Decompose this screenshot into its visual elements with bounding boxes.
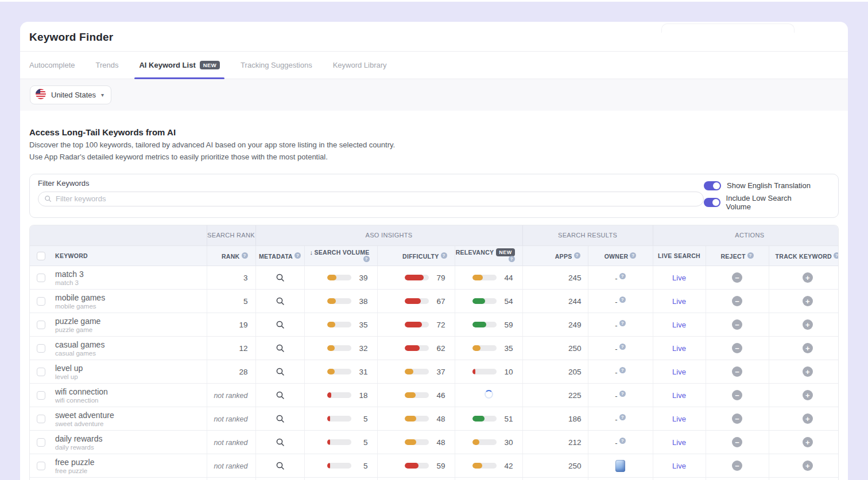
- rank-cell: 28: [207, 360, 255, 384]
- owner-row-info-icon[interactable]: ?: [619, 367, 626, 373]
- metric-value: 59: [435, 462, 445, 470]
- country-selector[interactable]: United States ▾: [30, 85, 111, 104]
- live-search-link[interactable]: Live: [672, 462, 686, 470]
- metadata-search-button[interactable]: [276, 320, 285, 329]
- metadata-search-button[interactable]: [276, 461, 285, 470]
- track-keyword-button[interactable]: +: [803, 343, 813, 353]
- metadata-info-icon[interactable]: ?: [294, 252, 301, 259]
- row-checkbox[interactable]: [37, 368, 45, 376]
- metadata-search-button[interactable]: [276, 367, 285, 376]
- row-checkbox[interactable]: [37, 344, 45, 353]
- filter-keywords-label: Filter Keywords: [38, 179, 704, 188]
- difficulty-cell: 48: [377, 431, 455, 454]
- col-rank[interactable]: RANK?: [207, 246, 255, 266]
- track-keyword-button[interactable]: +: [803, 366, 813, 377]
- track-keyword-button[interactable]: +: [803, 319, 813, 330]
- metadata-search-button[interactable]: [276, 391, 285, 400]
- tab-autocomplete[interactable]: Autocomplete: [29, 52, 75, 79]
- col-difficulty[interactable]: DIFFICULTY?: [377, 246, 455, 266]
- live-search-link[interactable]: Live: [672, 415, 686, 423]
- include-low-search-volume-toggle[interactable]: [704, 198, 720, 207]
- tab-ai-keyword-list[interactable]: AI Keyword List NEW: [139, 52, 220, 79]
- live-search-link[interactable]: Live: [672, 344, 686, 353]
- owner-row-info-icon[interactable]: ?: [619, 296, 626, 303]
- live-search-link[interactable]: Live: [672, 321, 686, 329]
- row-checkbox[interactable]: [37, 297, 45, 306]
- metric-bar: [472, 322, 497, 327]
- live-search-link[interactable]: Live: [672, 438, 686, 447]
- metadata-search-button[interactable]: [276, 344, 285, 353]
- owner-row-info-icon[interactable]: ?: [619, 344, 626, 350]
- metadata-search-button[interactable]: [276, 438, 285, 447]
- tab-tracking-suggestions[interactable]: Tracking Suggestions: [241, 52, 312, 79]
- metadata-search-button[interactable]: [276, 414, 285, 423]
- owner-row-info-icon[interactable]: ?: [619, 273, 626, 279]
- filter-keywords-input[interactable]: [56, 194, 698, 203]
- reject-button[interactable]: −: [732, 319, 742, 330]
- reject-button[interactable]: −: [732, 413, 742, 424]
- reject-button[interactable]: −: [732, 296, 742, 306]
- row-checkbox[interactable]: [37, 415, 45, 423]
- relevancy-info-icon[interactable]: ?: [509, 256, 515, 262]
- col-reject[interactable]: REJECT?: [706, 246, 769, 266]
- col-metadata[interactable]: METADATA?: [255, 246, 304, 266]
- track-keyword-button[interactable]: +: [803, 272, 813, 283]
- reject-button[interactable]: −: [732, 272, 742, 283]
- metric-bar-fill: [472, 275, 483, 280]
- track-keyword-button[interactable]: +: [803, 390, 813, 400]
- row-checkbox[interactable]: [37, 274, 45, 282]
- track-keyword-button[interactable]: +: [803, 296, 813, 306]
- track-keyword-button[interactable]: +: [803, 437, 813, 447]
- metric-bar: [472, 463, 497, 469]
- tab-keyword-library[interactable]: Keyword Library: [333, 52, 387, 79]
- owner-row-info-icon[interactable]: ?: [619, 391, 626, 397]
- show-english-translation-toggle[interactable]: [704, 181, 721, 190]
- apps-info-icon[interactable]: ?: [574, 252, 580, 259]
- metric-value: 54: [503, 297, 513, 306]
- live-search-link[interactable]: Live: [672, 297, 686, 306]
- col-relevancy[interactable]: RELEVANCYNEW?: [455, 246, 522, 266]
- col-track-keyword[interactable]: TRACK KEYWORD?: [769, 246, 839, 266]
- row-checkbox[interactable]: [37, 391, 45, 400]
- search-volume-info-icon[interactable]: ?: [363, 256, 370, 262]
- select-all-checkbox[interactable]: [37, 252, 45, 260]
- metric-bar: [405, 439, 429, 445]
- metadata-search-button[interactable]: [276, 296, 285, 306]
- owner-row-info-icon[interactable]: ?: [619, 414, 626, 420]
- reject-button[interactable]: −: [732, 343, 742, 353]
- reject-button[interactable]: −: [732, 461, 742, 471]
- col-owner[interactable]: OWNER?: [588, 246, 653, 266]
- table-row: puzzle gamepuzzle game19357259249-?Live−…: [30, 313, 839, 337]
- owner-row-info-icon[interactable]: ?: [619, 320, 626, 326]
- owner-row-info-icon[interactable]: ?: [619, 438, 626, 444]
- track-keyword-button[interactable]: +: [803, 461, 813, 471]
- tab-trends[interactable]: Trends: [96, 52, 119, 79]
- metric-bar-fill: [472, 369, 475, 374]
- live-search-link[interactable]: Live: [672, 368, 686, 376]
- live-search-link[interactable]: Live: [672, 391, 686, 400]
- col-search-volume[interactable]: ↓SEARCH VOLUME?: [304, 246, 377, 266]
- owner-cell: -?: [588, 313, 653, 337]
- row-checkbox[interactable]: [37, 438, 45, 447]
- reject-button[interactable]: −: [732, 390, 742, 400]
- row-checkbox[interactable]: [37, 321, 45, 329]
- country-strip: United States ▾: [20, 79, 848, 111]
- difficulty-info-icon[interactable]: ?: [441, 252, 447, 259]
- metric-bar: [327, 369, 351, 374]
- row-checkbox[interactable]: [37, 462, 45, 470]
- rank-cell: 3: [207, 266, 255, 290]
- track-keyword-info-icon[interactable]: ?: [834, 252, 839, 259]
- metadata-cell: [255, 431, 304, 454]
- col-apps[interactable]: APPS?: [522, 246, 588, 266]
- owner-empty-value: -?: [615, 274, 625, 283]
- reject-button[interactable]: −: [732, 437, 742, 447]
- track-keyword-button[interactable]: +: [803, 413, 813, 424]
- keyword-cell: candy kingdomcandy kingdom: [30, 478, 207, 480]
- owner-info-icon[interactable]: ?: [630, 252, 636, 259]
- live-search-link[interactable]: Live: [672, 274, 686, 282]
- metadata-search-button[interactable]: [276, 273, 285, 282]
- reject-info-icon[interactable]: ?: [747, 252, 754, 259]
- rank-info-icon[interactable]: ?: [242, 252, 248, 259]
- relevancy-bar: 30: [455, 438, 522, 447]
- reject-button[interactable]: −: [732, 366, 742, 377]
